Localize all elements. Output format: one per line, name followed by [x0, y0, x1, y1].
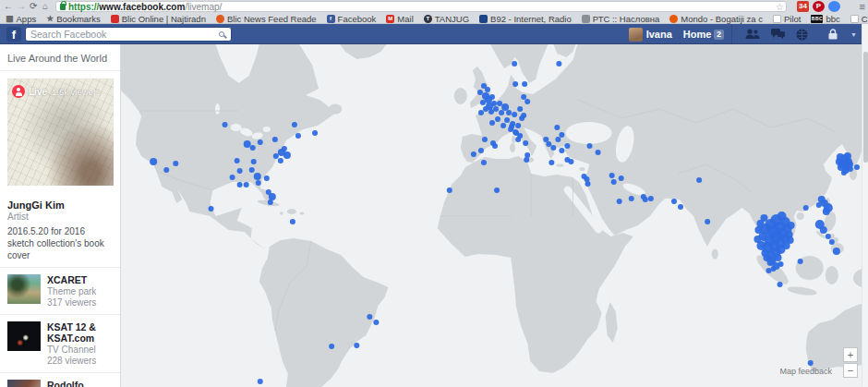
- map-dot[interactable]: [329, 344, 334, 349]
- map-dot[interactable]: [559, 148, 564, 153]
- avatar[interactable]: [629, 28, 643, 42]
- map-dot[interactable]: [509, 124, 514, 129]
- bookmark-item[interactable]: Mondo - Bogatiji za c: [669, 14, 763, 24]
- map-dot[interactable]: [546, 141, 551, 147]
- map-dot[interactable]: [208, 206, 213, 212]
- map-dot[interactable]: [283, 151, 291, 159]
- bookmark-item[interactable]: Pilot: [773, 14, 801, 24]
- bookmark-item[interactable]: ★Bookmarks: [46, 14, 101, 24]
- map-dot[interactable]: [256, 180, 261, 186]
- map-dot[interactable]: [555, 137, 561, 142]
- map-dot[interactable]: [489, 94, 495, 100]
- map-dot[interactable]: [760, 214, 767, 222]
- bookmark-item[interactable]: РТС :: Насловна: [582, 14, 660, 24]
- map-dot[interactable]: [678, 204, 683, 210]
- profile-link[interactable]: Ivana: [646, 29, 672, 40]
- extension-icon-blue[interactable]: [828, 1, 840, 12]
- video-thumbnail[interactable]: [7, 274, 41, 304]
- map-dot[interactable]: [754, 226, 762, 234]
- map-dot[interactable]: [554, 125, 560, 130]
- map-dot[interactable]: [499, 110, 504, 115]
- map-dot[interactable]: [282, 146, 287, 151]
- extension-icon-red[interactable]: 34: [797, 1, 809, 12]
- map-dot[interactable]: [269, 193, 276, 200]
- messages-icon[interactable]: [771, 29, 785, 40]
- video-thumbnail[interactable]: [7, 380, 41, 387]
- search-input[interactable]: Search Facebook: [25, 27, 232, 42]
- map-dot[interactable]: [447, 187, 452, 193]
- map-dot[interactable]: [523, 140, 528, 146]
- map-dot[interactable]: [823, 208, 830, 215]
- bookmark-item[interactable]: CNN: [850, 14, 868, 24]
- map-dot[interactable]: [512, 61, 517, 67]
- map-dot[interactable]: [292, 122, 297, 127]
- map-dot[interactable]: [258, 379, 263, 384]
- facebook-logo[interactable]: f: [6, 27, 21, 42]
- map-dot[interactable]: [237, 168, 243, 174]
- map-dot[interactable]: [556, 61, 561, 67]
- map-dot[interactable]: [543, 137, 549, 142]
- map-dot[interactable]: [492, 143, 498, 149]
- map-dot[interactable]: [471, 151, 476, 157]
- privacy-lock-icon[interactable]: [828, 29, 838, 40]
- map-dot[interactable]: [478, 110, 484, 115]
- map-dot[interactable]: [833, 248, 840, 255]
- map-dot[interactable]: [705, 219, 710, 224]
- map-dot[interactable]: [483, 106, 488, 112]
- live-list-item[interactable]: KSAT 12 & KSAT.comTV Channel228 viewers: [0, 315, 120, 372]
- map-dot[interactable]: [585, 181, 591, 187]
- bookmark-item[interactable]: Blic Online | Najtiradn: [111, 14, 206, 24]
- map-dot[interactable]: [696, 177, 702, 183]
- map-dot[interactable]: [272, 137, 278, 142]
- map-dot[interactable]: [278, 158, 283, 163]
- map-dot[interactable]: [609, 173, 615, 178]
- map-dot[interactable]: [494, 187, 500, 193]
- map-dot[interactable]: [521, 113, 526, 118]
- home-icon[interactable]: ⌂: [42, 0, 48, 13]
- map-dot[interactable]: [798, 259, 803, 264]
- broadcaster-name[interactable]: Rodolfo Sánchez: [47, 380, 113, 387]
- map-dot[interactable]: [489, 120, 495, 126]
- map-dot[interactable]: [803, 205, 809, 211]
- map-dot[interactable]: [506, 110, 512, 115]
- map-dot[interactable]: [163, 167, 169, 173]
- bookmark-item[interactable]: B92 - Internet, Radio: [479, 14, 572, 24]
- map-dot[interactable]: [521, 94, 526, 100]
- scrollbar-thumb[interactable]: [863, 52, 868, 163]
- map-dot[interactable]: [587, 143, 593, 149]
- map-dot[interactable]: [617, 199, 622, 204]
- map-dot[interactable]: [643, 197, 648, 202]
- map-dot[interactable]: [254, 173, 261, 180]
- map-dot[interactable]: [264, 175, 270, 181]
- map-dot[interactable]: [290, 219, 295, 224]
- map-dot[interactable]: [826, 234, 831, 239]
- map-dot[interactable]: [173, 161, 178, 166]
- map-dot[interactable]: [244, 140, 251, 148]
- bookmark-item[interactable]: BBCbbc: [811, 14, 839, 24]
- map-dot[interactable]: [482, 137, 488, 142]
- friend-requests-icon[interactable]: [745, 29, 760, 40]
- map-dot[interactable]: [477, 90, 483, 95]
- map-dot[interactable]: [250, 145, 256, 151]
- map-dot[interactable]: [753, 236, 761, 243]
- map-dot[interactable]: [495, 116, 500, 122]
- map-dot[interactable]: [493, 106, 499, 112]
- zoom-out-button[interactable]: −: [843, 363, 858, 378]
- map-dot[interactable]: [500, 123, 506, 128]
- map-dot[interactable]: [235, 158, 240, 163]
- map-dot[interactable]: [549, 160, 554, 165]
- world-map[interactable]: Map feedback + −: [121, 44, 862, 387]
- map-dot[interactable]: [258, 139, 263, 145]
- map-dot[interactable]: [848, 166, 853, 172]
- map-dot[interactable]: [249, 167, 255, 173]
- map-dot[interactable]: [841, 170, 847, 175]
- map-dot[interactable]: [829, 239, 835, 245]
- map-dot[interactable]: [488, 109, 494, 115]
- map-dot[interactable]: [491, 101, 497, 106]
- map-dot[interactable]: [237, 182, 243, 187]
- address-bar[interactable]: https://www.facebook.com/livemap/ ☆: [55, 1, 787, 12]
- map-dot[interactable]: [619, 175, 624, 181]
- back-icon[interactable]: ←: [4, 0, 13, 13]
- map-dot[interactable]: [524, 99, 530, 104]
- live-list-item[interactable]: Rodolfo SánchezPublic Figure219 viewers: [0, 373, 120, 387]
